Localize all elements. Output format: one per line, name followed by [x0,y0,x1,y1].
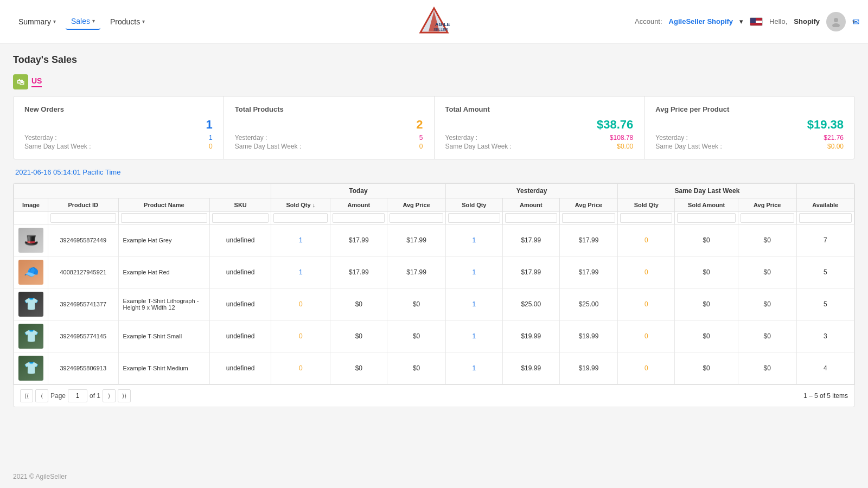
pagination-controls: ⟨⟨ ⟨ Page of 1 ⟩ ⟩⟩ [20,389,131,402]
shopify-store-icon: 🛍 [13,74,28,89]
stat-sub-label-avg-yest: Yesterday : [655,134,688,142]
cell-image: 👕 [14,288,48,320]
sdlw-qty-link[interactable]: 0 [644,268,648,276]
stat-sub-value-yest-products: 5 [419,134,423,142]
cell-image: 👕 [14,320,48,352]
stat-avg-price: Avg Price per Product $19.38 Yesterday :… [644,97,854,159]
cell-today-avg: $0 [387,352,446,384]
filter-input-sku[interactable] [212,213,269,223]
filter-today-avg[interactable] [387,212,446,224]
filter-input-sdlw-avg[interactable] [741,213,794,223]
filter-yest-qty[interactable] [445,212,502,224]
page-number-input[interactable] [68,389,87,402]
cell-today-qty: 0 [271,320,330,352]
filter-input-today-amount[interactable] [333,213,385,223]
filter-product-id[interactable] [48,212,119,224]
stat-title-total-products: Total Products [235,105,423,113]
nav-item-summary[interactable]: Summary ▾ [13,14,61,29]
filter-sdlw-avg[interactable] [738,212,796,224]
stat-value-total-products: 2 [416,118,423,132]
group-header-available [796,184,854,198]
filter-input-available[interactable] [799,213,852,223]
filter-yest-avg[interactable] [559,212,618,224]
cell-yest-avg: $17.99 [559,256,618,288]
filter-sdlw-qty[interactable] [618,212,675,224]
cell-sku: undefined [210,320,271,352]
nav-label-summary: Summary [18,17,51,26]
stat-sub-amount-yesterday: Yesterday : $108.78 [445,134,634,142]
col-sku: SKU [210,198,271,212]
cell-sdlw-qty: 0 [618,224,675,256]
page-first-button[interactable]: ⟨⟨ [20,389,33,402]
sdlw-qty-link[interactable]: 0 [644,300,648,308]
filter-input-today-avg[interactable] [390,213,443,223]
col-today-sold-qty[interactable]: Sold Qty ↓ [271,198,330,212]
today-qty-link[interactable]: 0 [299,332,303,340]
today-qty-link[interactable]: 1 [299,236,303,244]
stat-sub-products-sdlw: Same Day Last Week : 0 [235,143,423,150]
filter-input-yest-avg[interactable] [562,213,616,223]
yest-qty-link[interactable]: 1 [473,268,476,276]
cell-yest-qty: 1 [445,256,502,288]
stat-sub-avg-sdlw: Same Day Last Week : $0.00 [655,143,844,150]
store-tab: 🛍 US [13,74,855,89]
col-today-amount: Amount [330,198,387,212]
notification-icon[interactable]: ✉ [852,16,859,27]
cell-yest-amount: $17.99 [502,224,559,256]
filter-sku[interactable] [210,212,271,224]
yest-qty-link[interactable]: 1 [473,364,476,372]
cell-today-amount: $17.99 [330,224,387,256]
main-nav: Summary ▾ Sales ▾ Products ▾ [13,14,150,30]
sdlw-qty-link[interactable]: 0 [644,364,648,372]
filter-input-sdlw-qty[interactable] [620,213,672,223]
filter-input-product-id[interactable] [50,213,116,223]
yest-qty-link[interactable]: 1 [473,332,476,340]
page-last-button[interactable]: ⟩⟩ [118,389,131,402]
sdlw-qty-link[interactable]: 0 [644,332,648,340]
filter-input-yest-amount[interactable] [505,213,557,223]
cell-product-id: 39246955872449 [48,224,119,256]
filter-product-name[interactable] [118,212,210,224]
table-body: 🎩 39246955872449 Example Hat Grey undefi… [14,224,854,384]
cell-available: 5 [796,288,854,320]
store-label[interactable]: US [31,76,42,87]
stat-sub-label-prod-yest: Yesterday : [235,134,267,142]
nav-item-products[interactable]: Products ▾ [105,14,150,29]
stat-sub-value-yest-orders: 1 [209,134,213,142]
page-of-label: of 1 [90,392,100,400]
page-prev-button[interactable]: ⟨ [35,389,48,402]
filter-input-sdlw-amount[interactable] [677,213,736,223]
filter-today-qty[interactable] [271,212,330,224]
filter-input-today-qty[interactable] [273,213,328,223]
yest-qty-link[interactable]: 1 [473,236,476,244]
col-today-avg-price: Avg Price [387,198,446,212]
today-qty-link[interactable]: 0 [299,300,303,308]
account-name[interactable]: AgileSeller Shopify [669,17,733,25]
cell-yest-avg: $17.99 [559,224,618,256]
filter-input-product-name[interactable] [121,213,208,223]
filter-input-yest-qty[interactable] [448,213,500,223]
chevron-down-icon: ▾ [142,18,145,24]
yest-qty-link[interactable]: 1 [473,300,476,308]
table-row: 🧢 40082127945921 Example Hat Red undefin… [14,256,854,288]
today-qty-link[interactable]: 0 [299,364,303,372]
cell-sdlw-amount: $0 [675,320,738,352]
nav-item-sales[interactable]: Sales ▾ [66,14,100,30]
filter-today-amount[interactable] [330,212,387,224]
page-title: Today's Sales [13,54,855,66]
cell-available: 3 [796,320,854,352]
cell-sdlw-avg: $0 [738,352,796,384]
page-next-button[interactable]: ⟩ [103,389,116,402]
stat-sub-value-sdlw-orders: 0 [209,143,213,150]
cell-yest-avg: $19.99 [559,352,618,384]
stat-new-orders: New Orders 1 Yesterday : 1 Same Day Last… [14,97,224,159]
cell-today-qty: 0 [271,288,330,320]
sdlw-qty-link[interactable]: 0 [644,236,648,244]
filter-sdlw-amount[interactable] [675,212,738,224]
today-qty-link[interactable]: 1 [299,268,303,276]
stat-sub-amount-sdlw: Same Day Last Week : $0.00 [445,143,634,150]
filter-available[interactable] [796,212,854,224]
filter-yest-amount[interactable] [502,212,559,224]
user-avatar[interactable] [826,12,846,31]
account-chevron-icon[interactable]: ▾ [739,17,743,25]
